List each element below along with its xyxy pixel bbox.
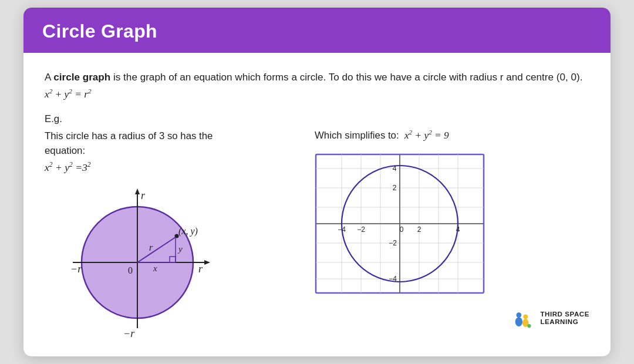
svg-text:r: r	[198, 263, 203, 275]
bold-circle-graph: circle graph	[53, 72, 110, 83]
card: Circle Graph A circle graph is the graph…	[23, 8, 611, 357]
svg-marker-4	[135, 188, 140, 194]
svg-text:−r: −r	[70, 263, 82, 275]
svg-text:x: x	[153, 264, 157, 273]
simplified-formula: x2 + y2 = 9	[404, 130, 449, 141]
simplifies-text: Which simplifies to: x2 + y2 = 9	[315, 129, 449, 141]
card-body: A circle graph is the graph of an equati…	[23, 53, 611, 357]
card-header: Circle Graph	[23, 8, 611, 53]
svg-text:y: y	[177, 244, 183, 254]
intro-formula: x2 + y2 = r2	[45, 89, 92, 100]
svg-point-49	[524, 314, 528, 319]
svg-point-47	[517, 312, 522, 318]
svg-text:r: r	[141, 190, 146, 201]
left-column: This circle has a radius of 3 so has the…	[45, 129, 303, 342]
svg-text:2: 2	[393, 184, 397, 192]
brand-logo-area: THIRD SPACE LEARNING	[315, 307, 589, 329]
svg-text:0: 0	[128, 265, 133, 275]
svg-text:4: 4	[393, 164, 397, 173]
grid-diagram: −4 −2 0 2 4 4 2 −2 −4	[315, 153, 485, 296]
svg-text:(x, y): (x, y)	[178, 226, 198, 237]
svg-text:−2: −2	[357, 225, 365, 234]
svg-text:0: 0	[400, 225, 404, 234]
svg-marker-2	[204, 260, 210, 265]
brand-logo-icon	[510, 307, 535, 329]
svg-text:4: 4	[456, 225, 460, 234]
page-title: Circle Graph	[42, 21, 592, 42]
brand-text: THIRD SPACE LEARNING	[540, 311, 589, 325]
svg-text:−4: −4	[338, 225, 346, 234]
circle-diagram: r −r r −r 0 (x, y)	[62, 181, 215, 342]
svg-point-50	[528, 324, 531, 328]
svg-text:−2: −2	[389, 239, 397, 247]
svg-text:−r: −r	[123, 328, 135, 339]
svg-text:−4: −4	[389, 275, 397, 283]
right-column: Which simplifies to: x2 + y2 = 9	[303, 129, 589, 329]
brand-line1: THIRD SPACE	[540, 311, 589, 318]
circle-equation: x2 + y2 =32	[45, 161, 91, 174]
eg-label: E.g.	[45, 113, 589, 125]
svg-text:2: 2	[417, 225, 421, 234]
intro-text-after: is the graph of an equation which forms …	[113, 72, 588, 83]
svg-point-46	[515, 317, 522, 326]
circle-description: This circle has a radius of 3 so has the…	[45, 129, 213, 158]
brand-line2: LEARNING	[540, 318, 589, 326]
svg-text:r: r	[149, 242, 153, 252]
intro-paragraph: A circle graph is the graph of an equati…	[45, 69, 589, 103]
content-row: This circle has a radius of 3 so has the…	[45, 129, 589, 342]
